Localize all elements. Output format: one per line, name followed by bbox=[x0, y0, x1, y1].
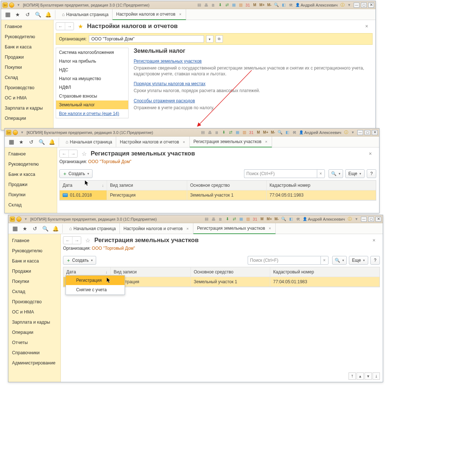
tab-home[interactable]: ⌂ Начальная страница bbox=[62, 137, 116, 147]
calc-icon[interactable]: ▦ bbox=[231, 2, 237, 8]
m-button[interactable]: M bbox=[259, 216, 265, 222]
favorite-star-icon[interactable]: ☆ bbox=[80, 150, 88, 157]
zoom-icon[interactable]: 🔍 bbox=[280, 216, 287, 222]
help-button[interactable]: ? bbox=[367, 169, 376, 178]
favorite-icon[interactable]: ★ bbox=[21, 225, 29, 233]
calc-icon[interactable]: ▦ bbox=[238, 216, 244, 222]
compare-icon[interactable]: ⇄ bbox=[228, 130, 233, 135]
sidebar-item[interactable]: Главное bbox=[8, 236, 60, 246]
maximize-button[interactable]: ▢ bbox=[365, 130, 370, 135]
clear-search-button[interactable]: × bbox=[317, 169, 325, 178]
doc-icon[interactable]: 🗎 bbox=[210, 2, 216, 8]
list-item[interactable]: Налог на прибыль bbox=[56, 57, 128, 66]
sidebar-item[interactable]: Банк и касса bbox=[5, 169, 57, 179]
doc-icon[interactable]: 🗎 bbox=[217, 216, 223, 222]
sidebar-item[interactable]: Покупки bbox=[1, 62, 53, 72]
minimize-button[interactable]: — bbox=[357, 130, 363, 135]
panel-icon[interactable]: ◧ bbox=[281, 2, 287, 8]
date-icon[interactable]: 31 bbox=[252, 216, 258, 222]
list-item-selected[interactable]: Земельный налог bbox=[56, 100, 128, 109]
date-icon[interactable]: 31 bbox=[245, 2, 251, 8]
maximize-button[interactable]: ▢ bbox=[361, 3, 367, 8]
calendar-icon[interactable]: ▥ bbox=[245, 216, 251, 222]
sidebar-item[interactable]: Склад bbox=[1, 72, 53, 83]
search-action-button[interactable]: 🔍 ▾ bbox=[332, 256, 347, 265]
sidebar-item[interactable]: Главное bbox=[5, 149, 57, 159]
list-item[interactable]: Система налогообложения bbox=[56, 48, 128, 57]
open-button[interactable]: ⧉ bbox=[216, 35, 223, 43]
create-button[interactable]: ＋ Создать ▾ bbox=[59, 169, 93, 178]
sidebar-item[interactable]: Операции bbox=[1, 113, 53, 123]
sidebar-item[interactable]: Производство bbox=[8, 297, 60, 307]
sidebar-item[interactable]: Склад bbox=[8, 287, 60, 297]
close-button[interactable]: ✕ bbox=[375, 217, 381, 222]
maximize-button[interactable]: ▢ bbox=[368, 217, 374, 222]
search-action-button[interactable]: 🔍 ▾ bbox=[329, 169, 343, 178]
sidebar-item[interactable]: Руководителю bbox=[5, 159, 57, 169]
mplus-button[interactable]: M+ bbox=[259, 2, 265, 8]
tab-close-icon[interactable]: × bbox=[178, 12, 182, 16]
org-input[interactable]: ООО "Торговый Дом" bbox=[89, 35, 204, 43]
link-land-registration[interactable]: Регистрация земельных участков bbox=[134, 59, 202, 64]
tab-close-icon[interactable]: × bbox=[264, 139, 268, 144]
tab-tax-settings[interactable]: Настройки налогов и отчетов × bbox=[116, 137, 190, 147]
tab-close-icon[interactable]: × bbox=[186, 226, 189, 231]
close-button[interactable]: ✕ bbox=[372, 130, 378, 135]
favorite-star-icon[interactable]: ☆ bbox=[84, 237, 91, 244]
calc-icon[interactable]: ▦ bbox=[235, 130, 240, 135]
notifications-icon[interactable]: 🔔 bbox=[48, 138, 56, 146]
sidebar-item[interactable]: Справочники bbox=[8, 348, 60, 358]
clear-search-button[interactable]: × bbox=[320, 256, 329, 265]
tab-close-icon[interactable]: × bbox=[182, 140, 186, 144]
mplus-button[interactable]: M+ bbox=[266, 216, 272, 222]
list-item[interactable]: Налог на имущество bbox=[56, 74, 128, 83]
mminus-button[interactable]: M- bbox=[266, 2, 272, 8]
link-expense-methods[interactable]: Способы отражения расходов bbox=[134, 98, 195, 103]
sidebar-item[interactable]: Операции bbox=[8, 327, 60, 337]
dropdown-icon[interactable]: ▾ bbox=[23, 216, 29, 222]
panel-icon[interactable]: ◧ bbox=[288, 216, 294, 222]
m-button[interactable]: M bbox=[252, 2, 257, 8]
apps-icon[interactable]: ▦ bbox=[3, 11, 11, 19]
info-drop-icon[interactable]: ▾ bbox=[346, 2, 352, 8]
col-asset[interactable]: Основное средство bbox=[187, 181, 267, 190]
dropdown-item-registration[interactable]: Регистрация bbox=[66, 276, 125, 285]
apps-icon[interactable]: ▦ bbox=[11, 225, 19, 233]
compare-icon[interactable]: ⇄ bbox=[231, 216, 237, 222]
save-icon[interactable]: ⬇ bbox=[224, 216, 230, 222]
list-more-link[interactable]: Все налоги и отчеты (еще 14) bbox=[56, 109, 128, 118]
page-close-icon[interactable]: × bbox=[367, 151, 373, 157]
list-item[interactable]: НДС bbox=[56, 66, 128, 74]
dropdown-icon[interactable]: ▾ bbox=[19, 130, 25, 135]
list-item[interactable]: НДФЛ bbox=[56, 83, 128, 92]
org-value[interactable]: ООО "Торговый Дом" bbox=[88, 159, 131, 164]
info-icon[interactable]: ⓘ bbox=[347, 216, 353, 222]
dropdown-icon[interactable]: ▾ bbox=[16, 2, 21, 8]
page-close-icon[interactable]: × bbox=[364, 23, 370, 29]
sidebar-item[interactable]: Банк и касса bbox=[8, 256, 60, 266]
sidebar-item[interactable]: Производство bbox=[1, 83, 53, 93]
notifications-icon[interactable]: 🔔 bbox=[44, 11, 52, 19]
sidebar-item[interactable]: Покупки bbox=[8, 276, 60, 287]
info-drop-icon[interactable]: ▾ bbox=[350, 130, 356, 135]
col-cadastral[interactable]: Кадастровый номер bbox=[270, 267, 379, 277]
scroll-top-button[interactable]: ⤒ bbox=[349, 372, 356, 380]
col-type[interactable]: Вид записи bbox=[107, 181, 187, 190]
zoom-icon[interactable]: 🔍 bbox=[277, 130, 283, 135]
compare-icon[interactable]: ⇄ bbox=[224, 2, 230, 8]
tools-icon[interactable]: 🛠 bbox=[288, 2, 294, 8]
tool-icon[interactable]: ▤ bbox=[204, 216, 209, 222]
sidebar-item[interactable]: Продажи bbox=[1, 52, 53, 62]
history-icon[interactable]: ↺ bbox=[24, 11, 32, 19]
m-button[interactable]: M bbox=[255, 130, 261, 135]
tools-icon[interactable]: 🛠 bbox=[295, 216, 301, 222]
forward-button[interactable]: → bbox=[68, 150, 77, 157]
notifications-icon[interactable]: 🔔 bbox=[51, 225, 59, 233]
sidebar-item[interactable]: Зарплата и кадры bbox=[1, 103, 53, 113]
help-button[interactable]: ? bbox=[370, 256, 380, 265]
mminus-button[interactable]: M- bbox=[270, 130, 276, 135]
tab-tax-settings[interactable]: Настройки налогов и отчетов × bbox=[113, 9, 186, 20]
info-icon[interactable]: ⓘ bbox=[339, 2, 345, 8]
back-button[interactable]: ← bbox=[56, 23, 65, 30]
more-button[interactable]: Еще ▾ bbox=[345, 169, 365, 178]
